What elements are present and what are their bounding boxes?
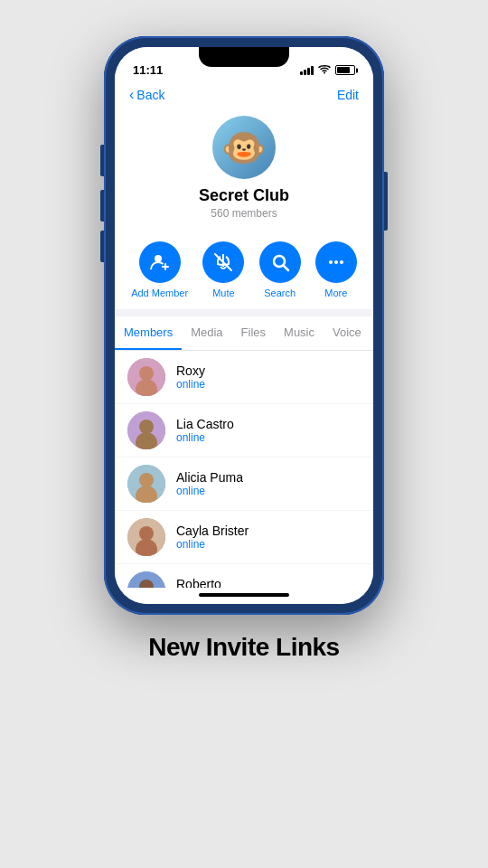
svg-point-2 <box>329 260 333 264</box>
member-info: Alicia Puma online <box>176 470 243 497</box>
add-member-label: Add Member <box>131 288 188 298</box>
edit-button[interactable]: Edit <box>337 88 359 102</box>
member-status: online <box>176 378 205 391</box>
tabs-bar: Members Media Files Music Voice Lin... <box>115 316 373 351</box>
status-icons <box>300 65 355 76</box>
member-info: Cayla Brister online <box>176 524 249 551</box>
signal-icon <box>300 66 314 75</box>
member-status: online <box>176 431 234 444</box>
svg-point-15 <box>139 526 154 541</box>
member-name: Cayla Brister <box>176 524 249 538</box>
status-time: 11:11 <box>133 63 163 77</box>
member-row[interactable]: Alicia Puma online <box>115 458 373 511</box>
svg-point-6 <box>139 366 154 381</box>
member-name: Lia Castro <box>176 417 234 431</box>
group-avatar-emoji: 🐵 <box>221 127 267 169</box>
home-indicator <box>115 588 373 604</box>
member-name: Roxy <box>176 363 205 378</box>
add-member-button[interactable]: Add Member <box>131 241 188 298</box>
tab-media[interactable]: Media <box>182 316 231 350</box>
member-row[interactable]: Lia Castro online <box>115 404 373 458</box>
tab-voice[interactable]: Voice <box>324 316 371 350</box>
svg-point-9 <box>139 420 154 434</box>
tab-members[interactable]: Members <box>115 316 182 350</box>
avatar <box>127 465 165 503</box>
member-info: Roxy online <box>176 363 205 391</box>
wifi-icon <box>318 65 331 76</box>
member-row[interactable]: Roberto online <box>115 564 373 588</box>
battery-icon <box>335 65 355 75</box>
member-row[interactable]: Cayla Brister online <box>115 511 373 564</box>
page-wrapper: 11:11 <box>0 0 488 868</box>
svg-point-12 <box>139 473 154 487</box>
tab-music[interactable]: Music <box>275 316 324 350</box>
section-divider <box>115 309 373 316</box>
member-row[interactable]: Roxy online <box>115 351 373 404</box>
avatar <box>127 411 165 449</box>
group-name: Secret Club <box>199 186 289 205</box>
back-button[interactable]: ‹ Back <box>129 87 164 103</box>
phone-shell: 11:11 <box>104 36 384 615</box>
group-member-count: 560 members <box>211 207 277 220</box>
svg-point-3 <box>334 260 338 264</box>
member-name: Roberto <box>176 577 221 588</box>
nav-bar: ‹ Back Edit <box>115 81 373 108</box>
action-buttons: Add Member Mute <box>115 231 373 309</box>
member-status: online <box>176 538 249 551</box>
svg-point-0 <box>155 255 162 262</box>
tab-files[interactable]: Files <box>232 316 275 350</box>
member-info: Lia Castro online <box>176 417 234 444</box>
add-member-icon <box>139 241 181 283</box>
avatar <box>127 358 165 396</box>
search-icon <box>259 241 301 283</box>
back-chevron-icon: ‹ <box>129 87 134 103</box>
avatar <box>127 571 165 588</box>
mute-label: Mute <box>212 288 234 298</box>
group-info: 🐵 Secret Club 560 members <box>115 108 373 231</box>
search-button[interactable]: Search <box>259 241 301 298</box>
more-button[interactable]: More <box>315 241 357 298</box>
more-icon <box>315 241 357 283</box>
headline: New Invite Links <box>148 633 339 662</box>
back-label: Back <box>136 88 164 102</box>
tab-links[interactable]: Lin... <box>371 316 373 350</box>
members-list: Roxy online Lia Castro online <box>115 351 373 588</box>
notch <box>199 47 289 67</box>
mute-button[interactable]: Mute <box>202 241 244 298</box>
member-status: online <box>176 485 243 497</box>
avatar <box>127 518 165 556</box>
member-info: Roberto online <box>176 577 221 588</box>
phone-screen: 11:11 <box>115 47 373 604</box>
group-avatar: 🐵 <box>212 116 276 179</box>
more-label: More <box>324 288 347 298</box>
home-bar <box>199 593 289 597</box>
member-name: Alicia Puma <box>176 470 243 485</box>
mute-icon <box>202 241 244 283</box>
svg-point-4 <box>340 260 343 264</box>
search-label: Search <box>264 288 296 298</box>
